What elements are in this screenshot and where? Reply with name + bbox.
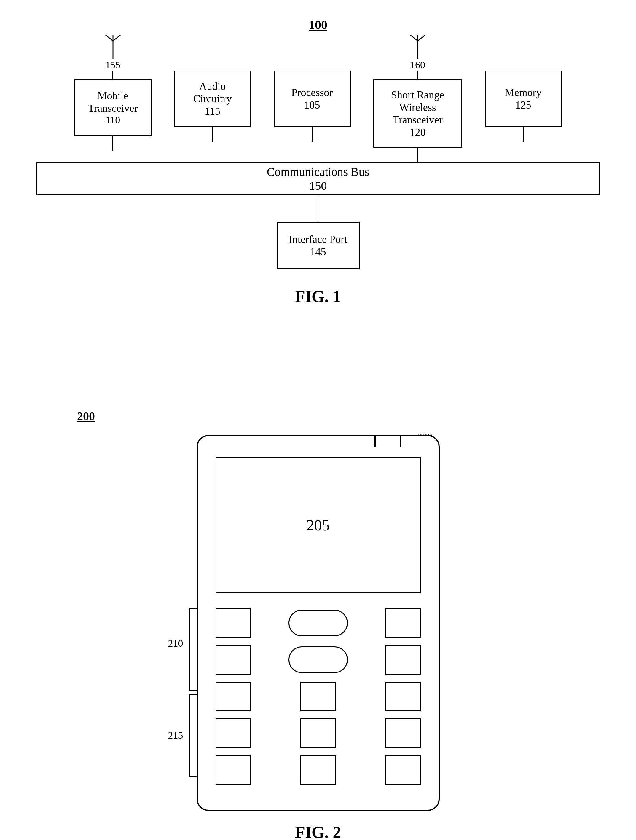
memory-label: Memory [505, 86, 542, 99]
keypad-area: 210 215 [216, 608, 421, 785]
bracket-210 [189, 608, 198, 691]
audio-circuitry-number: 115 [205, 105, 220, 117]
antenna-155-icon [103, 35, 123, 62]
svg-line-1 [106, 35, 113, 41]
key-center-4 [300, 718, 336, 748]
key-right-1 [385, 608, 421, 638]
key-left-2 [216, 645, 251, 674]
key-right-5 [385, 755, 421, 785]
vert-line-120-top [417, 71, 418, 79]
interface-port-row: Interface Port 145 [18, 222, 618, 269]
processor-number: 105 [304, 99, 320, 111]
audio-circuitry-box: Audio Circuitry 115 [174, 71, 251, 127]
antenna-160-label: 160 [410, 59, 425, 71]
key-left-3 [216, 682, 251, 711]
phone-body: 205 210 215 [197, 435, 440, 811]
key-center-1 [289, 609, 348, 636]
vert-line-115-bottom [212, 127, 213, 142]
svg-line-5 [410, 35, 418, 41]
fig1-caption: FIG. 1 [18, 287, 618, 306]
key-center-3 [300, 682, 336, 711]
keypad-row-2 [216, 645, 421, 674]
short-range-wireless-number: 120 [410, 126, 426, 139]
keypad-row-4 [216, 718, 421, 748]
keypad-row-3 [216, 682, 421, 711]
fig2-diagram: 200 —220 205 210 215 [18, 409, 618, 840]
memory-box: Memory 125 [485, 71, 562, 127]
mobile-transceiver-col: 155 MobileTransceiver 110 [68, 35, 158, 151]
key-left-1 [216, 608, 251, 638]
antenna-160-icon [407, 35, 428, 62]
vert-line-110-bottom [112, 136, 113, 151]
key-right-4 [385, 718, 421, 748]
screen-label: 205 [306, 516, 330, 534]
svg-line-6 [418, 35, 425, 41]
key-right-3 [385, 682, 421, 711]
mobile-transceiver-box: MobileTransceiver 110 [74, 79, 152, 136]
mobile-transceiver-number: 110 [106, 114, 120, 126]
bracket-215 [189, 694, 198, 777]
key-right-2 [385, 645, 421, 674]
fig2-main-label: 200 [77, 409, 95, 423]
memory-col: Memory 125 [479, 35, 568, 142]
audio-circuitry-label: Audio Circuitry [180, 80, 246, 105]
processor-box: Processor 105 [274, 71, 351, 127]
processor-label: Processor [292, 86, 333, 99]
interface-port-label: Interface Port [289, 233, 347, 246]
phone-top-connector [374, 435, 401, 447]
label-210: 210 [168, 638, 183, 649]
interface-port-number: 145 [310, 246, 326, 258]
audio-circuitry-col: Audio Circuitry 115 [168, 35, 257, 142]
key-center-5 [300, 755, 336, 785]
vert-line-120-bottom [417, 148, 418, 163]
fig1-diagram: 100 155 MobileTransceiver 110 Audi [18, 18, 618, 306]
key-center-2 [289, 646, 348, 673]
svg-line-2 [113, 35, 120, 41]
fig1-main-label: 100 [309, 18, 327, 32]
key-left-5 [216, 755, 251, 785]
bus-label: Communications Bus [267, 165, 369, 179]
vert-line-125-bottom [523, 127, 524, 142]
antenna-155-label: 155 [105, 59, 120, 71]
communications-bus-box: Communications Bus 150 [36, 163, 600, 195]
phone-screen: 205 [216, 457, 421, 593]
keypad-row-1 [216, 608, 421, 638]
short-range-wireless-col: 160 Short RangeWirelessTransceiver 120 [368, 35, 468, 163]
keypad-row-5 [216, 755, 421, 785]
vert-line-105-bottom [312, 127, 312, 142]
short-range-wireless-label: Short RangeWirelessTransceiver [391, 88, 444, 126]
bus-to-port-line [317, 195, 319, 222]
memory-number: 125 [515, 99, 531, 111]
label-215: 215 [168, 730, 183, 741]
key-left-4 [216, 718, 251, 748]
bus-number: 150 [309, 179, 327, 193]
vert-line-110 [112, 71, 113, 79]
bus-row: Communications Bus 150 [18, 163, 618, 195]
mobile-transceiver-label: MobileTransceiver [88, 90, 138, 114]
fig2-caption: FIG. 2 [18, 823, 618, 840]
short-range-wireless-box: Short RangeWirelessTransceiver 120 [373, 79, 462, 148]
interface-port-box: Interface Port 145 [277, 222, 360, 269]
processor-col: Processor 105 [268, 35, 357, 142]
phone-device: —220 205 210 215 [197, 435, 440, 811]
